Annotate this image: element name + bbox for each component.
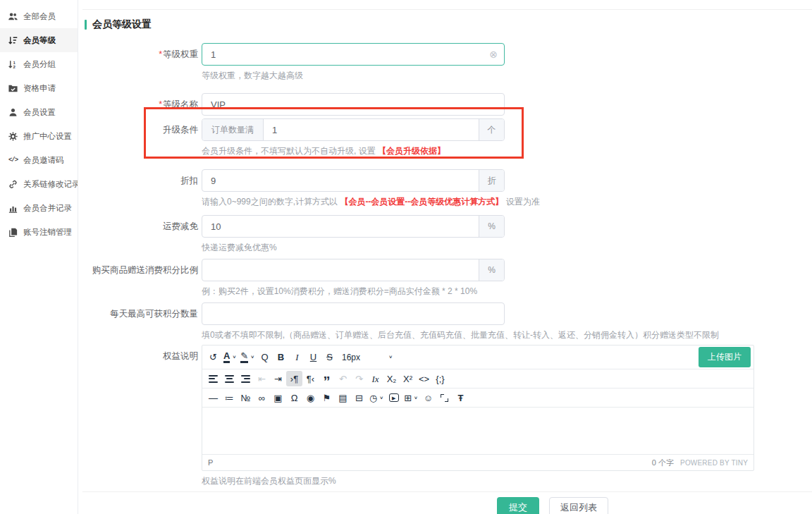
ltr-icon[interactable]: ›¶ — [286, 371, 302, 386]
align-center-icon[interactable] — [221, 371, 238, 386]
paint-roller-icon[interactable]: Ŧ — [453, 390, 469, 405]
align-right-icon[interactable] — [238, 371, 254, 386]
discount-input[interactable] — [202, 170, 479, 191]
discount-calc-link[interactable]: 【会员--会员设置--会员等级优惠计算方式】 — [340, 197, 503, 207]
element-path[interactable]: P — [208, 458, 213, 467]
daily-max-points-input-group — [202, 302, 505, 325]
file-copy-icon — [8, 227, 18, 238]
level-weight-label: *等级权重 — [85, 43, 202, 81]
superscript-icon[interactable]: X² — [400, 371, 416, 386]
blockquote-icon[interactable]: ” — [319, 371, 335, 386]
highlight-color-icon[interactable]: ✎∨ — [238, 350, 257, 365]
search-replace-icon[interactable]: Q — [257, 350, 273, 365]
upload-image-button[interactable]: 上传图片 — [699, 347, 751, 367]
sidebar-item-all-members[interactable]: 全部会员 — [0, 4, 78, 28]
media-icon[interactable]: ▶ — [386, 390, 402, 405]
sidebar-item-member-settings[interactable]: 会员设置 — [0, 100, 78, 124]
form-row-shipping-discount: 运费减免 % 快递运费减免优惠% — [85, 215, 812, 253]
print-icon[interactable]: ⊟ — [351, 390, 367, 405]
svg-text:2: 2 — [13, 64, 16, 69]
upgrade-basis-link[interactable]: 【会员升级依据】 — [378, 146, 445, 156]
editor-content-area[interactable] — [202, 408, 753, 454]
sidebar-item-merge-log[interactable]: 会员合并记录 — [0, 196, 78, 220]
discount-input-group: 折 — [202, 169, 505, 192]
editor-status-bar: P 0 个字 POWERED BY TINY — [202, 454, 753, 470]
sidebar-item-label: 会员设置 — [23, 107, 56, 118]
form-row-daily-max-points: 每天最高可获积分数量 填0或者不填即不限制,（商品赠送、订单赠送、后台充值、充值… — [85, 302, 812, 341]
text-color-icon[interactable]: A∨ — [221, 350, 238, 365]
shipping-discount-input[interactable] — [202, 216, 479, 237]
word-count: 0 个字 — [652, 458, 674, 468]
strikethrough-icon[interactable]: S — [321, 350, 338, 365]
points-ratio-input[interactable] — [202, 259, 479, 281]
form-footer: 提交 返回列表 — [82, 491, 812, 514]
sidebar-item-label: 账号注销管理 — [23, 227, 72, 238]
required-asterisk: * — [159, 49, 162, 59]
level-sort-icon — [8, 35, 18, 46]
sidebar-item-member-level[interactable]: 会员等级 — [0, 28, 78, 52]
anchor-icon[interactable]: ⚑ — [319, 390, 335, 405]
sidebar-item-promotion-settings[interactable]: 推广中心设置 — [0, 124, 78, 148]
sidebar-item-invite-code[interactable]: </> 会员邀请码 — [0, 148, 78, 172]
form-row-level-name: *等级名称 — [85, 93, 812, 116]
horizontal-rule-icon[interactable]: — — [205, 390, 221, 405]
sidebar-item-relation-log[interactable]: 关系链修改记录 — [0, 172, 78, 196]
member-level-form: *等级权重 ⊗ 等级权重，数字越大越高级 *等级名称 — [85, 43, 812, 487]
back-to-list-button[interactable]: 返回列表 — [549, 497, 608, 514]
form-row-discount: 折扣 折 请输入0~999之间的数字,计算方式以 【会员--会员设置--会员等级… — [85, 169, 812, 207]
level-weight-input[interactable] — [202, 44, 489, 65]
fullscreen-icon[interactable] — [436, 390, 453, 405]
sidebar-item-account-cancel[interactable]: 账号注销管理 — [0, 220, 78, 244]
powered-by-tiny: POWERED BY TINY — [680, 459, 748, 467]
link-icon[interactable]: ∞ — [254, 390, 270, 405]
sidebar: 全部会员 会员等级 12 会员分组 资格申请 会员设置 推广中心设置 </> 会… — [0, 0, 78, 514]
page-break-icon[interactable]: ▤ — [335, 390, 351, 405]
sidebar-item-label: 资格申请 — [23, 83, 56, 94]
undo-icon[interactable]: ↶ — [335, 371, 351, 386]
level-name-input[interactable] — [202, 94, 504, 115]
points-ratio-label: 购买商品赠送消费积分比例 — [85, 259, 202, 297]
code-icon[interactable]: <> — [416, 371, 432, 386]
indent-icon[interactable]: ⇥ — [270, 371, 286, 386]
title-accent-bar — [85, 20, 87, 30]
rtl-icon[interactable]: ¶‹ — [302, 371, 319, 386]
bullet-list-icon[interactable]: ≔ — [221, 390, 238, 405]
rights-description-label: 权益说明 — [85, 345, 202, 487]
sidebar-item-label: 会员邀请码 — [23, 155, 64, 166]
upgrade-condition-input-group: 订单数量满 个 — [202, 118, 505, 141]
outdent-icon[interactable]: ⇤ — [254, 371, 270, 386]
code-sample-icon[interactable]: {;} — [432, 371, 448, 386]
sidebar-item-member-groups[interactable]: 12 会员分组 — [0, 52, 78, 76]
preview-icon[interactable]: ◉ — [302, 390, 319, 405]
image-icon[interactable]: ▣ — [270, 390, 286, 405]
emoji-icon[interactable]: ☺ — [420, 390, 436, 405]
numbered-list-icon[interactable]: № — [238, 390, 254, 405]
align-left-icon[interactable] — [205, 371, 221, 386]
font-size-select[interactable]: 16px∨ — [338, 350, 397, 365]
clear-format-icon[interactable]: Ix — [367, 371, 383, 386]
datetime-icon[interactable]: ◷∨ — [367, 390, 386, 405]
subscript-icon[interactable]: X₂ — [383, 371, 400, 386]
group-sort-icon: 12 — [8, 59, 18, 70]
redo-icon[interactable]: ↷ — [351, 371, 367, 386]
table-icon[interactable]: ⊞∨ — [402, 390, 420, 405]
level-weight-helper: 等级权重，数字越大越高级 — [202, 71, 812, 81]
special-char-icon[interactable]: Ω — [286, 390, 302, 405]
upgrade-condition-input[interactable] — [264, 119, 479, 140]
discount-helper: 请输入0~999之间的数字,计算方式以 【会员--会员设置--会员等级优惠计算方… — [202, 197, 812, 207]
submit-button[interactable]: 提交 — [497, 497, 539, 514]
folder-check-icon — [8, 83, 18, 94]
shipping-discount-input-group: % — [202, 215, 505, 238]
sidebar-item-label: 推广中心设置 — [23, 131, 72, 142]
italic-icon[interactable]: I — [289, 350, 305, 365]
code-icon: </> — [8, 155, 18, 166]
points-ratio-percent-suffix: % — [479, 259, 504, 281]
underline-icon[interactable]: U — [305, 350, 321, 365]
daily-max-points-input[interactable] — [202, 303, 504, 324]
user-icon — [8, 107, 18, 118]
clear-input-icon[interactable]: ⊗ — [489, 44, 504, 65]
sidebar-item-qualification[interactable]: 资格申请 — [0, 76, 78, 100]
restore-draft-icon[interactable]: ↺ — [205, 350, 221, 365]
bold-icon[interactable]: B — [273, 350, 289, 365]
daily-max-points-helper: 填0或者不填即不限制,（商品赠送、订单赠送、后台充值、充值码充值、批量充值、转让… — [202, 330, 812, 341]
